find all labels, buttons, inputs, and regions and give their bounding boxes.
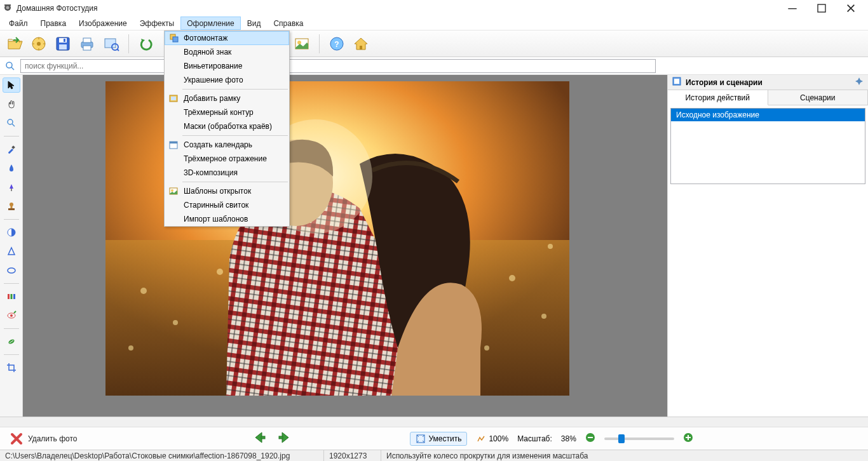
svg-line-20	[117, 49, 119, 51]
canvas-area[interactable]	[23, 75, 667, 417]
tool-pointer[interactable]	[3, 77, 20, 93]
svg-rect-86	[173, 37, 178, 42]
zoom-slider-thumb[interactable]	[618, 434, 625, 443]
right-tabs: История действий Сценарии	[668, 90, 868, 105]
app-title: Домашняя Фотостудия	[17, 4, 97, 13]
tool-stamp[interactable]	[3, 199, 20, 214]
zoom-100-button[interactable]: 100%	[476, 434, 508, 444]
svg-rect-17	[83, 46, 91, 50]
toolbar-open[interactable]	[4, 33, 25, 55]
svg-rect-49	[8, 294, 10, 299]
svg-rect-88	[171, 97, 176, 100]
zoom-out-button[interactable]	[585, 432, 595, 444]
tool-levels[interactable]	[3, 289, 20, 304]
toolbar-print[interactable]	[76, 33, 98, 55]
dd-3d-composition[interactable]: 3D-композиция	[165, 166, 289, 180]
svg-rect-13	[59, 44, 67, 50]
dd-calendar[interactable]: Создать календарь	[165, 138, 289, 152]
dd-watermark[interactable]: Водяной знак	[165, 45, 289, 59]
menu-help[interactable]: Справка	[267, 17, 309, 30]
montage-icon	[169, 33, 179, 43]
zoom-in-button[interactable]	[683, 432, 693, 444]
tool-eyedropper[interactable]	[3, 142, 20, 157]
menu-design[interactable]: Оформление	[180, 17, 240, 30]
canvas-scrollbar-horizontal[interactable]	[0, 417, 868, 427]
svg-point-72	[548, 244, 553, 249]
dd-masks[interactable]: Маски (обработка краёв)	[165, 119, 289, 133]
tool-sharpen[interactable]	[3, 244, 20, 259]
toolbar-undo[interactable]	[135, 33, 157, 55]
toolbar-batch[interactable]	[28, 33, 50, 55]
toolbar-save[interactable]	[52, 33, 74, 55]
dd-decorate[interactable]: Украшение фото	[165, 73, 289, 87]
svg-point-6	[37, 42, 41, 46]
svg-line-39	[11, 67, 14, 70]
scale-value: 38%	[561, 434, 576, 443]
menu-effects[interactable]: Эффекты	[133, 17, 181, 30]
history-list[interactable]: Исходное изображение	[670, 108, 865, 184]
dd-old-scroll[interactable]: Старинный свиток	[165, 198, 289, 212]
svg-point-53	[10, 314, 13, 317]
dd-postcard-templates[interactable]: Шаблоны открыток	[165, 184, 289, 198]
history-item[interactable]: Исходное изображение	[671, 109, 865, 121]
fit-label: Уместить	[428, 434, 461, 443]
svg-rect-43	[11, 189, 12, 191]
tool-palette	[0, 75, 23, 417]
status-path: C:\Users\Владелец\Desktop\Работа\Стоковы…	[0, 450, 324, 461]
zoom-slider[interactable]	[604, 438, 674, 440]
dd-vignette[interactable]: Виньетирование	[165, 59, 289, 73]
svg-rect-90	[170, 142, 177, 144]
pin-icon[interactable]	[854, 76, 864, 88]
svg-text:?: ?	[334, 40, 339, 49]
bottom-bar: Удалить фото Уместить 100% Масштаб: 38%	[0, 427, 868, 450]
main-area: История и сценарии История действий Сцен…	[0, 75, 868, 417]
toolbar-postcards[interactable]	[291, 33, 313, 55]
svg-line-41	[12, 124, 15, 126]
toolbar-view[interactable]	[100, 33, 122, 55]
window-close[interactable]	[836, 0, 865, 17]
menu-bar: Файл Правка Изображение Эффекты Оформлен…	[0, 17, 868, 30]
dd-3d-reflection[interactable]: Трёхмерное отражение	[165, 152, 289, 166]
menu-view[interactable]: Вид	[241, 17, 268, 30]
tool-crop[interactable]	[3, 360, 20, 375]
tool-lighten[interactable]	[3, 225, 20, 240]
search-icon	[4, 60, 17, 72]
next-photo-button[interactable]	[276, 430, 292, 447]
zoom-100-label: 100%	[489, 434, 508, 443]
toolbar-help[interactable]: ?	[326, 33, 348, 55]
tab-scenarios[interactable]: Сценарии	[768, 90, 869, 105]
tool-zoom[interactable]	[3, 116, 20, 131]
svg-point-70	[484, 345, 489, 351]
tool-brush[interactable]	[3, 180, 20, 195]
menu-file[interactable]: Файл	[3, 17, 34, 30]
menu-edit[interactable]: Правка	[34, 17, 73, 30]
window-minimize[interactable]	[778, 0, 807, 17]
svg-rect-42	[11, 145, 15, 149]
toolbar-home[interactable]	[350, 33, 372, 55]
tool-hand[interactable]	[3, 97, 20, 112]
svg-point-67	[217, 269, 223, 275]
dd-add-frame[interactable]: Добавить рамку	[165, 91, 289, 105]
svg-rect-4	[818, 4, 825, 12]
dd-3d-outline[interactable]: Трёхмерный контур	[165, 105, 289, 119]
search-input[interactable]	[20, 59, 656, 73]
prev-photo-button[interactable]	[252, 430, 268, 447]
svg-rect-2	[4, 4, 11, 6]
tool-red-eye[interactable]	[3, 308, 20, 323]
scale-label: Масштаб:	[517, 434, 552, 443]
svg-point-40	[8, 119, 13, 124]
dd-import-templates[interactable]: Импорт шаблонов	[165, 212, 289, 226]
fit-button[interactable]: Уместить	[410, 432, 467, 446]
tool-heal[interactable]	[3, 334, 20, 349]
svg-rect-81	[588, 437, 593, 438]
status-bar: C:\Users\Владелец\Desktop\Работа\Стоковы…	[0, 450, 868, 461]
app-icon	[3, 3, 13, 15]
tab-history[interactable]: История действий	[668, 90, 768, 105]
dd-montage[interactable]: Фотомонтаж	[165, 31, 289, 45]
tool-paint[interactable]	[3, 161, 20, 176]
tool-blur[interactable]	[3, 263, 20, 278]
delete-photo-button[interactable]: Удалить фото	[9, 431, 77, 446]
menu-image[interactable]: Изображение	[72, 17, 133, 30]
svg-rect-84	[688, 435, 689, 440]
window-maximize[interactable]	[807, 0, 836, 17]
